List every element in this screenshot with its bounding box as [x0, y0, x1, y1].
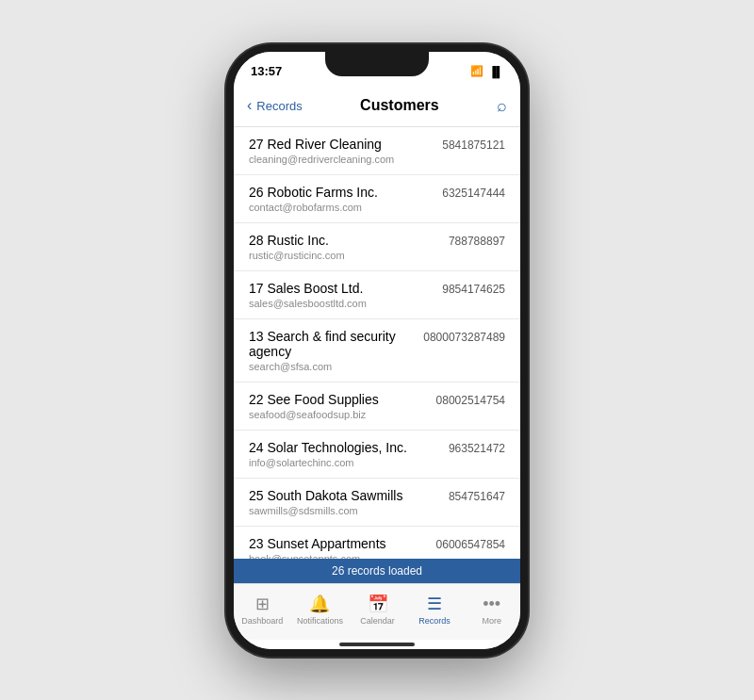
- list-item[interactable]: 26 Robotic Farms Inc. 6325147444 contact…: [234, 175, 520, 223]
- list-item[interactable]: 24 Solar Technologies, Inc. 963521472 in…: [234, 431, 520, 479]
- tab-records[interactable]: ☰ Records: [412, 594, 457, 626]
- records-status-bar: 26 records loaded: [234, 559, 520, 583]
- customer-name: 24 Solar Technologies, Inc.: [249, 440, 407, 455]
- tab-icon-calendar: 📅: [368, 594, 388, 614]
- tab-notifications[interactable]: 🔔 Notifications: [297, 594, 343, 626]
- home-bar: [339, 643, 415, 646]
- customer-email: rustic@rusticinc.com: [249, 250, 505, 261]
- customer-name: 27 Red River Cleaning: [249, 137, 382, 152]
- tab-label-notifications: Notifications: [297, 616, 343, 626]
- tab-dashboard[interactable]: ⊞ Dashboard: [239, 594, 285, 626]
- list-item[interactable]: 28 Rustic Inc. 788788897 rustic@rusticin…: [234, 223, 520, 271]
- customer-email: sales@salesboostltd.com: [249, 298, 505, 309]
- list-item[interactable]: 13 Search & find security agency 0800073…: [234, 319, 520, 383]
- customer-name: 13 Search & find security agency: [249, 329, 416, 359]
- home-indicator: [234, 640, 520, 649]
- tab-calendar[interactable]: 📅 Calendar: [355, 594, 401, 626]
- customer-name: 23 Sunset Appartments: [249, 536, 386, 551]
- tab-label-calendar: Calendar: [360, 616, 395, 626]
- list-item[interactable]: 17 Sales Boost Ltd. 9854174625 sales@sal…: [234, 271, 520, 319]
- customer-name: 26 Robotic Farms Inc.: [249, 185, 378, 200]
- customer-email: cleaning@redrivercleaning.com: [249, 154, 505, 165]
- customer-name: 17 Sales Boost Ltd.: [249, 281, 363, 296]
- nav-bar: ‹ Records Customers ⌕: [234, 86, 520, 127]
- customer-email: contact@robofarms.com: [249, 202, 505, 213]
- customer-phone: 06006547854: [436, 538, 505, 551]
- list-item[interactable]: 22 See Food Supplies 08002514754 seafood…: [234, 383, 520, 431]
- status-time: 13:57: [251, 64, 282, 78]
- tab-label-records: Records: [418, 616, 451, 626]
- customer-list: 27 Red River Cleaning 5841875121 cleanin…: [234, 127, 520, 559]
- tab-label-dashboard: Dashboard: [241, 616, 283, 626]
- tab-label-more: More: [482, 616, 501, 626]
- customer-phone: 9854174625: [442, 283, 505, 296]
- list-item[interactable]: 23 Sunset Appartments 06006547854 book@s…: [234, 527, 520, 559]
- customer-name: 22 See Food Supplies: [249, 392, 379, 407]
- tab-icon-more: •••: [483, 594, 500, 614]
- tab-icon-dashboard: ⊞: [255, 594, 270, 614]
- wifi-icon: 📶: [470, 65, 484, 77]
- back-label: Records: [256, 99, 302, 113]
- tab-more[interactable]: ••• More: [469, 594, 515, 626]
- customer-email: search@sfsa.com: [249, 361, 505, 372]
- phone-shell: 13:57 📶 ▐▌ ‹ Records Customers ⌕ 27 Red …: [226, 44, 528, 657]
- chevron-left-icon: ‹: [247, 97, 252, 114]
- customer-phone: 854751647: [449, 490, 505, 503]
- customer-phone: 963521472: [449, 442, 505, 455]
- customer-phone: 6325147444: [442, 187, 505, 200]
- customer-name: 28 Rustic Inc.: [249, 233, 329, 248]
- records-loaded-text: 26 records loaded: [332, 564, 422, 578]
- customer-phone: 788788897: [449, 235, 505, 248]
- customer-email: info@solartechinc.com: [249, 457, 505, 468]
- tab-icon-notifications: 🔔: [309, 594, 330, 614]
- notch: [325, 52, 429, 76]
- customer-email: seafood@seafoodsup.biz: [249, 409, 505, 420]
- battery-icon: ▐▌: [488, 66, 503, 77]
- back-button[interactable]: ‹ Records: [247, 97, 303, 114]
- list-item[interactable]: 25 South Dakota Sawmills 854751647 sawmi…: [234, 479, 520, 527]
- customer-phone: 0800073287489: [423, 331, 505, 344]
- tab-bar: ⊞ Dashboard 🔔 Notifications 📅 Calendar ☰…: [234, 583, 520, 640]
- tab-icon-records: ☰: [427, 594, 442, 614]
- customer-phone: 5841875121: [442, 138, 505, 152]
- list-item[interactable]: 27 Red River Cleaning 5841875121 cleanin…: [234, 127, 520, 175]
- status-icons: 📶 ▐▌: [470, 65, 503, 77]
- search-icon[interactable]: ⌕: [497, 96, 507, 116]
- page-title: Customers: [360, 97, 439, 114]
- customer-phone: 08002514754: [436, 394, 505, 407]
- customer-email: sawmills@sdsmills.com: [249, 505, 505, 516]
- customer-name: 25 South Dakota Sawmills: [249, 488, 402, 503]
